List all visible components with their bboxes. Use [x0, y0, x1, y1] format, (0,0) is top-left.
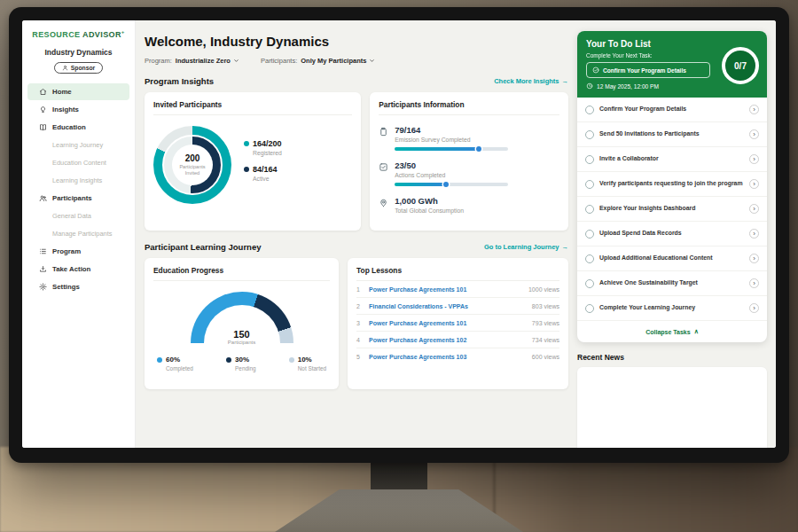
app-logo: RESOURCE ADVISOR+ [22, 29, 135, 39]
lesson-link[interactable]: Financial Considerations - VPPAs [369, 303, 527, 309]
task-row[interactable]: Complete Your Learning Journey › [577, 296, 767, 321]
task-row[interactable]: Explore Your Insights Dashboard › [577, 197, 767, 222]
lesson-rank: 3 [356, 320, 364, 326]
task-row[interactable]: Upload Spend Data Records › [577, 222, 767, 246]
lesson-row: 4 Power Purchase Agreements 102 734 view… [356, 332, 559, 348]
chevron-down-icon [233, 58, 239, 64]
sidebar-item-learning-journey[interactable]: Learning Journey [27, 137, 129, 153]
program-filter-dropdown[interactable]: Industrialize Zero [176, 57, 239, 65]
check-more-insights-link[interactable]: Check More Insights → [494, 77, 568, 85]
lesson-rank: 5 [356, 354, 364, 360]
section-heading: Participant Learning Journey [145, 242, 261, 252]
gauge-label: Participants [191, 340, 293, 345]
progress-track [395, 183, 508, 186]
caret-up-icon: ∧ [694, 328, 699, 335]
task-status-icon [585, 279, 594, 288]
program-insights-section-head: Program Insights Check More Insights → [145, 76, 568, 86]
sidebar-item-program[interactable]: Program [27, 243, 129, 260]
sidebar-item-label: Take Action [52, 265, 90, 273]
lesson-views: 793 views [532, 320, 559, 326]
donut-center-value: 200 [185, 153, 200, 163]
stat-value: 23/50 [395, 160, 508, 170]
task-status-icon [585, 106, 594, 114]
logo-primary: RESOURCE [32, 30, 80, 39]
sidebar-item-general-data[interactable]: General Data [27, 207, 129, 224]
sidebar-item-participants[interactable]: Participants [27, 190, 129, 207]
task-label: Send 50 Invitations to Participants [599, 130, 744, 138]
lesson-rank: 1 [356, 286, 364, 293]
chevron-right-icon[interactable]: › [749, 278, 759, 288]
stat-row: 79/164 Emission Survey Completed [379, 125, 559, 151]
gauge-legend: 60% Completed 30% Pending 10% Not Starte… [153, 356, 330, 372]
legend-item: 60% Completed [157, 356, 193, 372]
lesson-views: 734 views [532, 337, 559, 343]
legend-dot [226, 357, 231, 363]
collapse-tasks-button[interactable]: Collapse Tasks ∧ [577, 321, 767, 342]
todo-title: Your To Do List [586, 39, 758, 49]
participants-filter-label: Participants: [261, 57, 297, 65]
chevron-right-icon[interactable]: › [749, 129, 759, 139]
sidebar-item-take-action[interactable]: Take Action [27, 261, 129, 278]
sidebar-item-manage-participants[interactable]: Manage Participants [27, 225, 129, 242]
participants-filter-value: Only My Participants [301, 57, 366, 65]
go-to-learning-journey-link[interactable]: Go to Learning Journey → [484, 243, 568, 251]
task-row[interactable]: Verify participants requesting to join t… [577, 172, 767, 197]
task-row[interactable]: Upload Additional Educational Content › [577, 246, 767, 271]
invited-chart-body: 200 Participants Invited 164/200 Registe… [153, 126, 352, 204]
arrow-right-icon: → [562, 77, 569, 85]
donut-center-label: Participants Invited [172, 164, 213, 176]
task-status-icon [585, 205, 594, 214]
lesson-link[interactable]: Power Purchase Agreements 101 [369, 286, 523, 293]
task-row[interactable]: Invite a Collaborator › [577, 147, 767, 172]
invited-donut-chart: 200 Participants Invited [153, 126, 231, 204]
legend-value: 84/164 [253, 165, 278, 174]
legend-label: Pending [235, 365, 255, 372]
next-task-box[interactable]: Confirm Your Program Details [586, 62, 710, 78]
legend-dot [244, 167, 249, 172]
sidebar-item-home[interactable]: Home [27, 83, 129, 100]
task-label: Confirm Your Program Details [599, 106, 744, 113]
stat-value: 1,000 GWh [395, 196, 464, 206]
chevron-right-icon[interactable]: › [749, 303, 759, 313]
participants-filter-dropdown[interactable]: Only My Participants [301, 57, 375, 65]
sidebar-item-learning-insights[interactable]: Learning Insights [27, 172, 129, 189]
sidebar-item-label: Education Content [52, 159, 106, 167]
sidebar-item-education-content[interactable]: Education Content [27, 154, 129, 171]
task-row[interactable]: Confirm Your Program Details › [577, 98, 767, 122]
collapse-label: Collapse Tasks [645, 329, 690, 335]
lesson-row: 3 Power Purchase Agreements 101 793 view… [356, 315, 559, 332]
chevron-right-icon[interactable]: › [749, 179, 759, 189]
lesson-link[interactable]: Power Purchase Agreements 101 [369, 320, 527, 326]
chevron-right-icon[interactable]: › [749, 204, 759, 214]
chevron-right-icon[interactable]: › [749, 254, 759, 263]
progress-track [395, 147, 508, 151]
legend-dot [289, 357, 294, 363]
sidebar-item-label: Home [52, 88, 72, 96]
task-status-icon [585, 230, 594, 239]
recent-news-card [577, 367, 767, 448]
lesson-link[interactable]: Power Purchase Agreements 102 [369, 337, 527, 343]
link-label: Check More Insights [494, 77, 559, 85]
task-row[interactable]: Achieve One Sustainability Target › [577, 271, 767, 296]
todo-progress-ring: 0/7 [722, 47, 759, 84]
list-icon [39, 247, 47, 255]
lesson-link[interactable]: Power Purchase Agreements 103 [369, 354, 527, 360]
lesson-views: 1000 views [528, 286, 559, 293]
book-icon [39, 123, 47, 131]
program-filter: Program: Industrialize Zero [145, 57, 239, 65]
sidebar-item-insights[interactable]: Insights [27, 101, 129, 118]
content-column: Welcome, Industry Dynamics Program: Indu… [145, 20, 568, 448]
chevron-right-icon[interactable]: › [749, 229, 759, 239]
org-name: Industry Dynamics [22, 48, 135, 57]
top-lessons-card: Top Lessons 1 Power Purchase Agreements … [348, 258, 568, 389]
chevron-right-icon[interactable]: › [749, 154, 759, 164]
sidebar-item-settings[interactable]: Settings [27, 278, 129, 295]
legend-pct: 10% [298, 356, 312, 364]
legend-item: 30% Pending [226, 356, 255, 372]
task-row[interactable]: Send 50 Invitations to Participants › [577, 122, 767, 147]
chevron-right-icon[interactable]: › [749, 105, 759, 114]
learning-journey-section-head: Participant Learning Journey Go to Learn… [145, 242, 568, 252]
sidebar-item-education[interactable]: Education [27, 119, 129, 136]
program-filter-label: Program: [145, 57, 172, 65]
participants-filter: Participants: Only My Participants [261, 57, 375, 65]
